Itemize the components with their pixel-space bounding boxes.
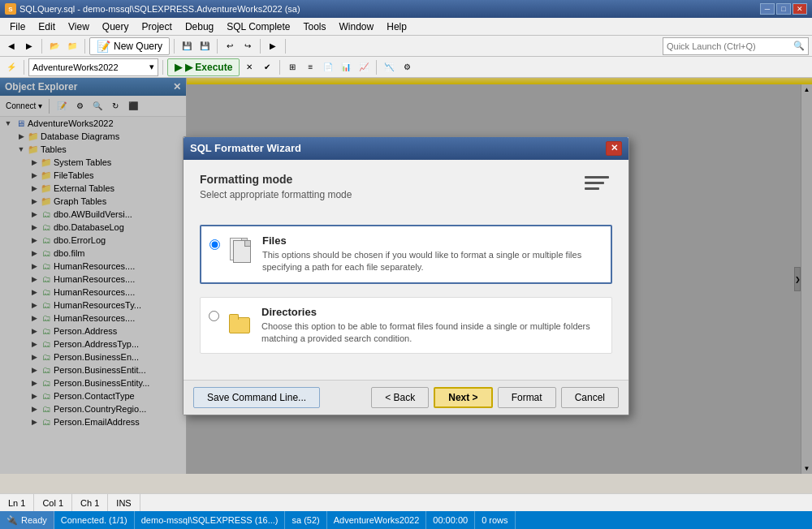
- sep-t2-4: [376, 60, 377, 75]
- modal-close-button[interactable]: ✕: [606, 141, 622, 156]
- cancel-execute-button[interactable]: ✕: [241, 59, 257, 75]
- quick-launch-input[interactable]: [667, 41, 793, 51]
- back-button[interactable]: ◀: [3, 38, 19, 54]
- cancel-button[interactable]: Cancel: [561, 387, 619, 408]
- menu-debug[interactable]: Debug: [179, 19, 220, 34]
- ch-indicator: Ch 1: [72, 494, 108, 511]
- new-query-label: New Query: [114, 41, 162, 52]
- database-selector[interactable]: AdventureWorks2022 ▾: [28, 58, 158, 76]
- user-status: sa (52): [285, 511, 326, 529]
- connection-dot: 🔌: [6, 515, 18, 526]
- folder-icon-modal: [227, 309, 253, 335]
- display-estimated-button[interactable]: 📊: [338, 59, 354, 75]
- results-file-button[interactable]: 📄: [320, 59, 336, 75]
- files-option-title: Files: [262, 234, 603, 247]
- title-bar-controls: ─ □ ✕: [760, 3, 807, 15]
- debug-button[interactable]: ▶: [265, 38, 281, 54]
- separator-3: [174, 39, 175, 54]
- results-text-button[interactable]: ≡: [302, 59, 318, 75]
- db-status: AdventureWorks2022: [327, 511, 427, 529]
- separator-6: [285, 39, 286, 54]
- sep-t2-1: [24, 60, 24, 75]
- lines-icon: [585, 176, 609, 190]
- status-bar: 🔌 Ready Connected. (1/1) demo-mssql\SQLE…: [0, 511, 812, 529]
- query-options-button[interactable]: ⚙: [399, 59, 415, 75]
- menu-window[interactable]: Window: [333, 19, 381, 34]
- modal-title-text: SQL Formatter Wizard: [190, 142, 301, 154]
- open2-button[interactable]: 📁: [64, 38, 80, 54]
- quick-launch-search[interactable]: 🔍: [663, 37, 809, 55]
- results-grid-button[interactable]: ⊞: [284, 59, 300, 75]
- maximize-button[interactable]: □: [776, 3, 791, 15]
- directories-option-title: Directories: [261, 306, 603, 318]
- execute-label: ▶ Execute: [185, 62, 232, 73]
- save-command-line-button[interactable]: Save Command Line...: [193, 387, 320, 408]
- menu-tools[interactable]: Tools: [297, 19, 333, 34]
- connected-status: Connected. (1/1): [54, 511, 135, 529]
- menu-edit[interactable]: Edit: [32, 19, 62, 34]
- menu-file[interactable]: File: [3, 19, 32, 34]
- rows-status: 0 rows: [475, 511, 515, 529]
- menu-sql-complete[interactable]: SQL Complete: [220, 19, 296, 34]
- info-bar: Ln 1 Col 1 Ch 1 INS: [0, 493, 812, 511]
- directories-option[interactable]: Directories Choose this option to be abl…: [200, 297, 612, 355]
- directories-option-content: Directories Choose this option to be abl…: [261, 306, 603, 346]
- back-button[interactable]: < Back: [371, 387, 429, 408]
- format-button[interactable]: Format: [498, 387, 556, 408]
- forward-button[interactable]: ▶: [21, 38, 37, 54]
- db-selector-label: AdventureWorks2022: [32, 62, 119, 72]
- main-area: Object Explorer ✕ Connect ▾ 📝 ⚙ 🔍 ↻ ⬛ ▼ …: [0, 78, 812, 474]
- sep-t2-3: [279, 60, 280, 75]
- ready-status: 🔌 Ready: [0, 511, 54, 529]
- menu-help[interactable]: Help: [380, 19, 413, 34]
- minimize-button[interactable]: ─: [760, 3, 775, 15]
- close-button[interactable]: ✕: [793, 3, 807, 15]
- next-button[interactable]: Next >: [434, 387, 492, 408]
- menu-project[interactable]: Project: [136, 19, 179, 34]
- server-status: demo-mssql\SQLEXPRESS (16...): [135, 511, 286, 529]
- db-selector-arrow: ▾: [149, 62, 154, 72]
- redo-button[interactable]: ↪: [240, 38, 256, 54]
- ln-indicator: Ln 1: [0, 494, 34, 511]
- separator-1: [41, 39, 42, 54]
- main-toolbar: ◀ ▶ 📂 📁 📝 New Query 💾 💾 ↩ ↪ ▶ 🔍: [0, 36, 812, 57]
- connection-icon: ⚡: [3, 59, 19, 75]
- execute-icon: ▶: [175, 62, 182, 73]
- modal-title-bar: SQL Formatter Wizard ✕: [184, 137, 628, 160]
- execute-button[interactable]: ▶ ▶ Execute: [167, 58, 240, 76]
- ins-indicator: INS: [108, 494, 140, 511]
- undo-button[interactable]: ↩: [222, 38, 238, 54]
- new-query-button[interactable]: 📝 New Query: [89, 37, 170, 55]
- files-option-content: Files This options should be chosen if y…: [262, 234, 603, 274]
- search-icon: 🔍: [793, 41, 805, 51]
- files-option[interactable]: Files This options should be chosen if y…: [200, 225, 612, 284]
- save-button[interactable]: 💾: [179, 38, 195, 54]
- files-icon: [228, 238, 254, 264]
- files-option-desc: This options should be chosen if you wou…: [262, 249, 603, 274]
- menu-query[interactable]: Query: [96, 19, 136, 34]
- client-stats-button[interactable]: 📉: [381, 59, 397, 75]
- menu-bar: File Edit View Query Project Debug SQL C…: [0, 18, 812, 36]
- separator-2: [84, 39, 85, 54]
- title-bar: S SQLQuery.sql - demo-mssql\SQLEXPRESS.A…: [0, 0, 812, 18]
- files-radio[interactable]: [209, 239, 220, 250]
- new-query-icon: 📝: [97, 40, 110, 53]
- modal-overlay: SQL Formatter Wizard ✕ Formatting mode S…: [0, 78, 812, 474]
- menu-view[interactable]: View: [62, 19, 96, 34]
- ready-text: Ready: [21, 515, 47, 525]
- col-indicator: Col 1: [34, 494, 72, 511]
- title-bar-left: S SQLQuery.sql - demo-mssql\SQLEXPRESS.A…: [5, 3, 300, 15]
- sql-formatter-wizard-dialog: SQL Formatter Wizard ✕ Formatting mode S…: [183, 136, 629, 416]
- save-all-button[interactable]: 💾: [197, 38, 213, 54]
- open-button[interactable]: 📂: [46, 38, 63, 54]
- app-icon: S: [5, 3, 16, 15]
- directories-option-desc: Choose this option to be able to format …: [261, 320, 603, 346]
- directories-radio[interactable]: [209, 311, 219, 321]
- modal-section-sub: Select appropriate formatting mode: [200, 189, 352, 200]
- query-toolbar: ⚡ AdventureWorks2022 ▾ ▶ ▶ Execute ✕ ✔ ⊞…: [0, 57, 812, 78]
- parse-button[interactable]: ✔: [259, 59, 275, 75]
- actual-plan-button[interactable]: 📈: [356, 59, 372, 75]
- sep-t2-2: [162, 60, 163, 75]
- separator-5: [260, 39, 261, 54]
- title-bar-text: SQLQuery.sql - demo-mssql\SQLEXPRESS.Adv…: [19, 4, 300, 14]
